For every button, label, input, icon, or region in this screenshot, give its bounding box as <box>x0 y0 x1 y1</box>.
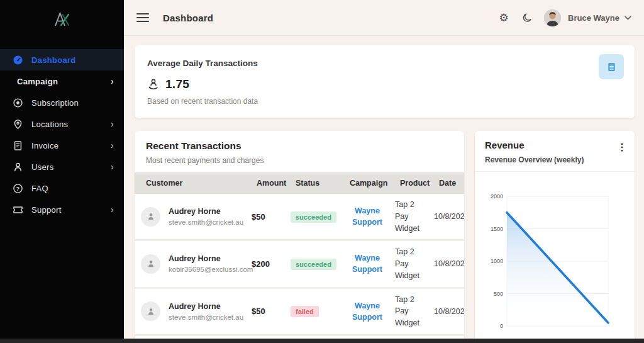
column-header-customer: Customer <box>146 179 257 188</box>
sidebar-item-label: FAQ <box>31 184 114 193</box>
user-name[interactable]: Bruce Wayne <box>568 13 619 23</box>
revenue-title: Revenue <box>485 140 625 150</box>
sidebar-item-support[interactable]: Support› <box>0 199 124 220</box>
settings-gear-icon[interactable]: ⚙ <box>497 11 510 24</box>
customer-avatar-icon <box>141 254 160 274</box>
main-content: Average Daily Transactions 1.75 Based on… <box>124 36 644 343</box>
summary-subtitle: Based on recent transaction data <box>147 97 622 106</box>
y-axis-tick-label: 1500 <box>491 226 503 232</box>
y-axis-tick-label: 500 <box>494 291 503 297</box>
customer-email: steve.smith@cricket.au <box>169 313 243 321</box>
transaction-date: 10/8/2025 <box>434 307 464 316</box>
amount-value: $50 <box>252 306 291 316</box>
menu-icon[interactable] <box>136 13 149 22</box>
person-payment-icon <box>147 78 160 91</box>
column-header-date: Date <box>439 179 464 188</box>
chevron-right-icon: › <box>111 77 114 86</box>
sidebar-menu: DashboardCampaign›SubscriptionLocations›… <box>0 49 124 220</box>
campaign-link[interactable]: Wayne Support <box>345 252 390 275</box>
customer-avatar-icon <box>141 207 160 227</box>
sidebar-item-faq[interactable]: ?FAQ <box>0 177 124 199</box>
users-icon <box>13 162 23 172</box>
top-header: Dashboard ⚙ Bruce Wayne <box>124 0 644 36</box>
sidebar-item-campaign[interactable]: Campaign› <box>0 70 124 92</box>
chevron-right-icon: › <box>111 120 114 128</box>
subscription-icon <box>13 98 23 108</box>
chevron-right-icon: › <box>111 162 114 171</box>
revenue-subtitle: Revenue Overview (weekly) <box>485 155 625 164</box>
customer-avatar-icon <box>141 301 160 321</box>
amount-value: $50 <box>252 212 291 222</box>
y-axis-tick-label: 1000 <box>491 258 503 264</box>
status-badge: failed <box>291 306 319 317</box>
table-row: Audrey Hornesteve.smith@cricket.au$50fai… <box>135 289 464 334</box>
column-header-campaign: Campaign <box>350 179 400 188</box>
customer-name: Audrey Horne <box>169 302 243 311</box>
chevron-right-icon: › <box>111 141 114 150</box>
faq-icon: ? <box>13 183 23 194</box>
summary-card-title: Average Daily Transactions <box>147 59 622 68</box>
transaction-date: 10/8/2025 <box>434 259 464 268</box>
customer-email: kobir35695@exclussi.com <box>169 266 253 273</box>
campaign-link[interactable]: Wayne Support <box>345 300 390 323</box>
column-header-product: Product <box>400 179 439 188</box>
revenue-card: Revenue Revenue Overview (weekly) ⋮ 0500… <box>475 131 635 343</box>
average-daily-transactions-card: Average Daily Transactions 1.75 Based on… <box>135 45 635 118</box>
locations-icon <box>13 119 23 130</box>
sidebar-item-locations[interactable]: Locations› <box>0 113 124 135</box>
sidebar-item-label: Invoice <box>31 141 111 150</box>
app-logo[interactable] <box>0 0 124 39</box>
revenue-chart: 0500100015002000 <box>475 172 635 343</box>
product-name: Tap 2 Pay Widget <box>395 246 428 281</box>
sidebar-item-subscription[interactable]: Subscription <box>0 92 124 113</box>
sidebar-item-label: Subscription <box>31 98 114 108</box>
table-row: Audrey Hornekobir35695@exclussi.com$200s… <box>135 241 464 286</box>
invoice-icon <box>13 140 23 151</box>
sidebar-item-label: Dashboard <box>31 55 114 65</box>
dashboard-icon <box>13 55 23 65</box>
customer-name: Audrey Horne <box>169 207 243 216</box>
table-body: Audrey Hornesteve.smith@cricket.au$50suc… <box>135 194 464 343</box>
dark-mode-moon-icon[interactable] <box>521 11 533 24</box>
sidebar: DashboardCampaign›SubscriptionLocations›… <box>0 0 124 343</box>
transactions-subtitle: Most recent payments and charges <box>146 156 453 165</box>
sidebar-item-invoice[interactable]: Invoice› <box>0 135 124 156</box>
support-icon <box>13 205 23 215</box>
sidebar-item-label: Support <box>31 205 111 215</box>
logo-monogram-icon <box>51 11 74 28</box>
summary-value: 1.75 <box>165 77 189 91</box>
sidebar-item-label: Users <box>31 162 111 172</box>
y-axis-tick-label: 2000 <box>491 193 503 200</box>
sidebar-item-label: Campaign <box>17 77 111 86</box>
recent-transactions-card: Recent Transactions Most recent payments… <box>135 131 464 343</box>
report-icon[interactable] <box>599 54 624 79</box>
sidebar-item-label: Locations <box>31 120 111 129</box>
customer-name: Audrey Horne <box>169 254 253 263</box>
customer-email: steve.smith@cricket.au <box>169 218 243 226</box>
chevron-right-icon: › <box>111 205 114 214</box>
transaction-date: 10/8/2025 <box>434 212 464 221</box>
chevron-down-icon[interactable] <box>625 16 631 20</box>
svg-text:?: ? <box>16 185 20 191</box>
y-axis-tick-label: 0 <box>500 323 503 329</box>
product-name: Tap 2 Pay Widget <box>395 294 428 329</box>
status-badge: succeeded <box>291 259 336 270</box>
column-header-amount: Amount <box>257 179 296 188</box>
table-header-row: Customer Amount Status Campaign Product … <box>135 172 464 194</box>
status-badge: succeeded <box>291 211 336 223</box>
transactions-title: Recent Transactions <box>146 140 453 152</box>
campaign-link[interactable]: Wayne Support <box>345 205 390 228</box>
sidebar-item-dashboard[interactable]: Dashboard <box>0 49 124 70</box>
column-header-status: Status <box>296 179 350 188</box>
product-name: Tap 2 Pay Widget <box>395 199 428 234</box>
window-bottom-edge <box>0 339 644 343</box>
table-row: Audrey Hornesteve.smith@cricket.au$50suc… <box>135 194 464 239</box>
user-avatar[interactable] <box>544 9 561 26</box>
page-title: Dashboard <box>163 13 213 23</box>
kebab-menu-icon[interactable]: ⋮ <box>617 145 626 150</box>
amount-value: $200 <box>252 259 291 269</box>
sidebar-item-users[interactable]: Users› <box>0 156 124 177</box>
